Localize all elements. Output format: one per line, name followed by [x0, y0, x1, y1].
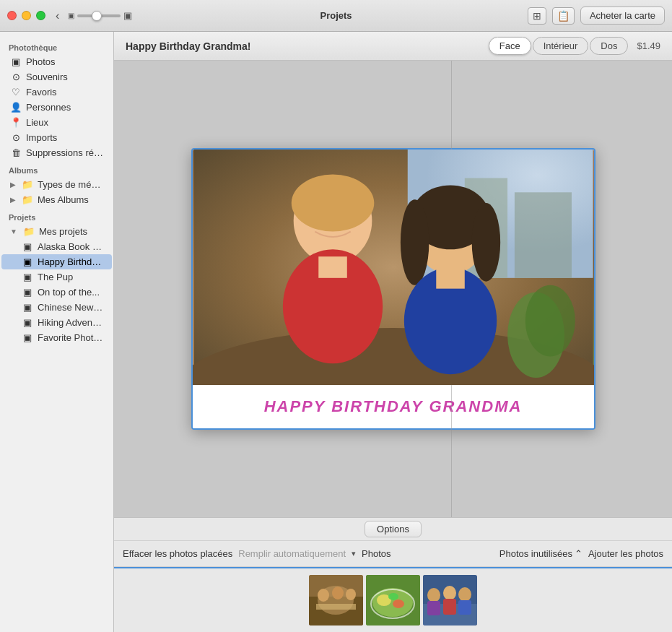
- disclosure-icon: ▶: [10, 181, 16, 189]
- chinese-new-y-icon: ▣: [22, 302, 33, 313]
- sidebar-item-label: Suppressions réce...: [26, 147, 103, 158]
- options-button[interactable]: Options: [365, 521, 422, 537]
- close-button[interactable]: [7, 11, 17, 20]
- favorite-photos-icon: ▣: [22, 332, 33, 343]
- sidebar-item-favoris[interactable]: ♡ Favoris: [1, 85, 112, 100]
- buy-card-button[interactable]: Acheter la carte: [580, 7, 665, 25]
- thumbnail-1[interactable]: [309, 575, 363, 625]
- tab-interieur[interactable]: Intérieur: [533, 37, 589, 55]
- maximize-button[interactable]: [36, 11, 45, 20]
- sidebar-item-mes-albums[interactable]: ▶ 📁 Mes Albums: [1, 192, 112, 207]
- sidebar-item-hiking-adventure[interactable]: ▣ Hiking Adventure: [1, 315, 112, 330]
- auto-fill-dropdown[interactable]: ▾: [352, 549, 356, 558]
- sidebar: Photothèque ▣ Photos ⊙ Souvenirs ♡ Favor…: [0, 32, 114, 632]
- zoom-out-icon: ▣: [68, 12, 74, 20]
- svg-point-11: [400, 199, 429, 285]
- svg-point-12: [471, 203, 500, 282]
- card-preview[interactable]: HAPPY BIRTHDAY GRANDMA: [191, 148, 595, 430]
- sidebar-item-label: Lieux: [26, 117, 48, 128]
- sidebar-item-label: Mes Albums: [38, 194, 89, 205]
- types-media-icon: 📁: [22, 179, 33, 190]
- photos-label: Photos: [362, 548, 390, 559]
- window-title: Projets: [320, 10, 352, 21]
- svg-rect-34: [427, 601, 440, 615]
- minimize-button[interactable]: [22, 11, 31, 20]
- sidebar-item-label: On top of the...: [38, 287, 100, 298]
- disclosure-icon: ▼: [10, 228, 17, 235]
- favoris-icon: ♡: [10, 87, 22, 98]
- sidebar-item-favorite-photos[interactable]: ▣ Favorite Photos: [1, 330, 112, 345]
- info-button[interactable]: 📋: [552, 7, 575, 25]
- sidebar-toggle-button[interactable]: ⊞: [528, 7, 546, 25]
- card-photo[interactable]: [193, 150, 594, 385]
- disclosure-icon: ▶: [10, 196, 16, 204]
- imports-icon: ⊙: [10, 132, 22, 143]
- svg-rect-3: [514, 192, 571, 278]
- sidebar-item-suppressions[interactable]: 🗑 Suppressions réce...: [1, 145, 112, 160]
- svg-point-16: [525, 285, 575, 357]
- thumbnail-3[interactable]: [423, 575, 477, 625]
- sidebar-item-souvenirs[interactable]: ⊙ Souvenirs: [1, 69, 112, 85]
- sidebar-item-label: Favoris: [26, 87, 57, 98]
- sidebar-item-photos[interactable]: ▣ Photos: [1, 54, 112, 69]
- tab-dos[interactable]: Dos: [590, 37, 628, 55]
- sidebar-item-label: Chinese New Y...: [38, 302, 103, 313]
- add-photos-button[interactable]: Ajouter les photos: [588, 548, 663, 559]
- price-display: $1.49: [637, 40, 660, 51]
- card-preview-area: HAPPY BIRTHDAY GRANDMA: [114, 61, 672, 517]
- personnes-icon: 👤: [10, 102, 22, 113]
- sidebar-item-personnes[interactable]: 👤 Personnes: [1, 100, 112, 115]
- mes-projets-icon: 📁: [23, 226, 35, 237]
- sidebar-item-label: Personnes: [26, 102, 71, 113]
- back-button[interactable]: ‹: [53, 8, 62, 24]
- zoom-in-icon: ▣: [123, 10, 132, 21]
- sidebar-item-mes-projets[interactable]: ▼ 📁 Mes projets: [1, 224, 112, 239]
- sidebar-item-types-media[interactable]: ▶ 📁 Types de média: [1, 177, 112, 192]
- tab-face[interactable]: Face: [489, 37, 531, 55]
- zoom-thumb[interactable]: [92, 11, 102, 21]
- sidebar-item-label: Types de média: [38, 179, 103, 190]
- sidebar-item-the-pup[interactable]: ▣ The Pup: [1, 269, 112, 285]
- unused-photos-dropdown[interactable]: Photos inutilisées ⌃: [499, 548, 582, 559]
- zoom-track[interactable]: [77, 14, 121, 17]
- sidebar-item-happy-birthday[interactable]: ▣ Happy Birthday...: [1, 254, 112, 269]
- the-pup-icon: ▣: [22, 272, 33, 282]
- svg-point-29: [388, 593, 398, 600]
- sidebar-item-label: Mes projets: [39, 226, 87, 237]
- svg-rect-38: [458, 600, 471, 615]
- sidebar-item-chinese-new-y[interactable]: ▣ Chinese New Y...: [1, 300, 112, 315]
- project-title: Happy Birthday Grandma!: [126, 40, 480, 52]
- title-bar-actions: ⊞ 📋 Acheter la carte: [528, 7, 665, 25]
- sidebar-item-alaska-book[interactable]: ▣ Alaska Book Pr...: [1, 239, 112, 254]
- on-top-icon: ▣: [22, 287, 33, 298]
- svg-point-28: [393, 599, 404, 608]
- sidebar-item-on-top[interactable]: ▣ On top of the...: [1, 285, 112, 300]
- hiking-icon: ▣: [22, 317, 33, 328]
- auto-fill-button[interactable]: Remplir automatiquement: [238, 548, 346, 559]
- mes-albums-icon: 📁: [22, 194, 33, 205]
- svg-point-35: [443, 586, 456, 600]
- svg-point-21: [318, 589, 329, 602]
- zoom-slider-area: ▣ ▣: [68, 10, 132, 21]
- clear-photos-button[interactable]: Effacer les photos placées: [123, 548, 232, 559]
- photos-controls: Effacer les photos placées Remplir autom…: [114, 541, 672, 567]
- card-text-area: HAPPY BIRTHDAY GRANDMA: [193, 385, 594, 428]
- svg-point-33: [427, 588, 440, 602]
- sidebar-item-lieux[interactable]: 📍 Lieux: [1, 115, 112, 130]
- nav-controls: ‹: [53, 8, 62, 24]
- sidebar-item-label: Souvenirs: [26, 72, 68, 82]
- thumbnail-2[interactable]: [366, 575, 420, 625]
- section-label-albums: Albums: [0, 160, 113, 177]
- app-body: Photothèque ▣ Photos ⊙ Souvenirs ♡ Favor…: [0, 32, 672, 632]
- photo-strip: [114, 567, 672, 632]
- happy-birthday-icon: ▣: [22, 256, 33, 267]
- sidebar-item-label: Favorite Photos: [38, 332, 103, 343]
- svg-point-6: [291, 175, 374, 232]
- svg-rect-14: [436, 267, 465, 289]
- svg-rect-36: [443, 599, 456, 615]
- sidebar-item-label: Photos: [26, 56, 55, 67]
- svg-rect-8: [318, 256, 347, 278]
- sidebar-item-imports[interactable]: ⊙ Imports: [1, 130, 112, 145]
- svg-point-23: [346, 589, 356, 600]
- svg-point-37: [458, 587, 471, 602]
